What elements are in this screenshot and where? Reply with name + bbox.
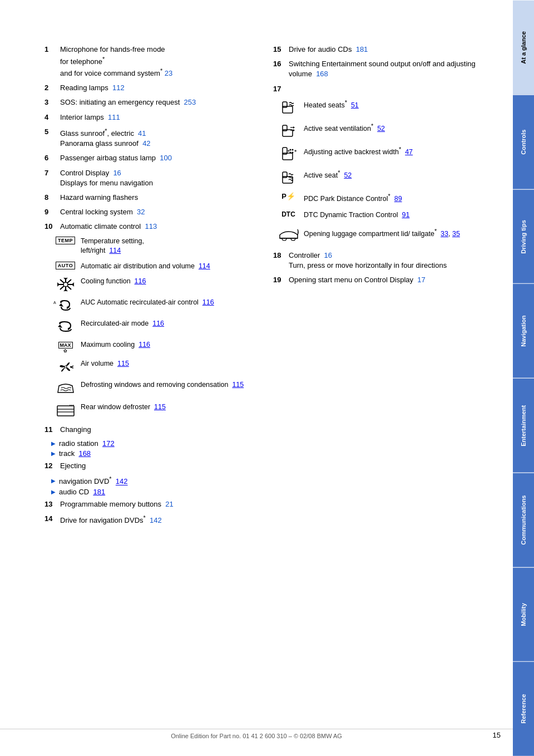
svg-point-36 (291, 151, 293, 153)
backrest-icon (278, 145, 299, 162)
recirculate-icon (55, 319, 77, 335)
list-item: 9 Central locking system 32 (44, 207, 251, 217)
climate-icon-max: MAX ✿ Maximum cooling 116 (44, 340, 251, 354)
snowflake-icon (56, 277, 75, 292)
item-11: 11 Changing ▶ radio station 172 ▶ track … (44, 425, 251, 458)
dtc-row: DTC DTC Dynamic Traction Control 91 (273, 210, 479, 220)
dtc-badge: DTC (281, 210, 295, 218)
sidebar-tab-communications[interactable]: Communications (513, 473, 534, 567)
sidebar-tab-entertainment[interactable]: Entertainment (513, 378, 534, 473)
svg-marker-40 (295, 150, 296, 152)
bullet-triangle: ▶ (51, 489, 56, 495)
item-18: 18 Controller 16 Turn, press or move hor… (273, 251, 479, 271)
svg-point-33 (289, 149, 291, 150)
footer: Online Edition for Part no. 01 41 2 600 … (0, 729, 513, 739)
auc-icon: A (53, 298, 78, 313)
climate-icon-recirculate: Recirculated-air mode 116 (44, 319, 251, 335)
list-item: 4 Interior lamps 111 (44, 112, 251, 122)
active-seat-icon (278, 169, 299, 185)
page-number: 15 (493, 731, 501, 739)
climate-icon-auc: A AUC Automatic recirculated-air control… (44, 298, 251, 313)
pdc-row: P⚡ PDC Park Distance Control* 89 (273, 192, 479, 204)
list-item: 10 Automatic climate control 113 (44, 222, 251, 232)
sidebar-tab-at-a-glance[interactable]: At a glance (513, 0, 534, 95)
heated-seat-icon (278, 99, 299, 115)
luggage-row: Opening luggage compartment lid/ tailgat… (273, 227, 479, 244)
sidebar-tab-reference[interactable]: Reference (513, 661, 534, 756)
list-item: 16 Switching Entertainment sound output … (273, 59, 479, 79)
list-item: 3 SOS: initiating an emergency request 2… (44, 97, 251, 107)
sidebar: At a glance Controls Driving tips Naviga… (513, 0, 534, 756)
footer-text: Online Edition for Part no. 01 41 2 600 … (171, 733, 342, 739)
svg-point-34 (291, 149, 293, 150)
bullet-triangle: ▶ (51, 478, 56, 484)
svg-marker-15 (58, 325, 62, 328)
svg-point-16 (65, 366, 67, 368)
max-badge: MAX (58, 342, 73, 348)
item-number: 1 (44, 45, 60, 78)
climate-icon-auto: AUTO Automatic air distribution and volu… (44, 262, 251, 272)
auto-badge: AUTO (56, 262, 75, 269)
seat-icon-heated: Heated seats* 51 (273, 99, 479, 115)
svg-rect-17 (57, 406, 74, 416)
temp-badge: TEMP (56, 237, 75, 244)
ventilated-seat-icon (278, 122, 299, 139)
defrost-icon (56, 380, 76, 397)
list-item: 7 Control Display 16 Displays for menu n… (44, 168, 251, 188)
list-item: 8 Hazard warning flashers (44, 193, 251, 203)
item-12: 12 Ejecting ▶ navigation DVD* 142 ▶ audi… (44, 461, 251, 496)
list-item: 15 Drive for audio CDs 181 (273, 45, 479, 55)
climate-icon-defrost: Defrosting windows and removing condensa… (44, 380, 251, 397)
list-item: 13 Programmable memory buttons 21 (44, 499, 251, 509)
right-column: 15 Drive for audio CDs 181 16 Switching … (273, 45, 479, 531)
list-item: 2 Reading lamps 112 (44, 83, 251, 93)
left-column: 1 Microphone for hands-free modefor tele… (44, 45, 251, 531)
list-item: 6 Passenger airbag status lamp 100 (44, 153, 251, 163)
item-text: Microphone for hands-free modefor teleph… (60, 45, 172, 77)
bullet-triangle: ▶ (51, 450, 56, 456)
pdc-icon: P⚡ (281, 192, 295, 200)
seat-icon-backrest: Adjusting active backrest width* 47 (273, 145, 479, 162)
svg-marker-14 (59, 303, 63, 307)
bullet-triangle: ▶ (51, 440, 56, 446)
climate-icon-rear-defrost: Rear window defroster 115 (44, 402, 251, 419)
sidebar-tab-mobility[interactable]: Mobility (513, 567, 534, 662)
seat-icons: Heated seats* 51 (273, 99, 479, 244)
climate-icons: TEMP Temperature setting,left/right 114 … (44, 237, 251, 420)
luggage-icon (278, 227, 300, 244)
list-item: 14 Drive for navigation DVDs* 142 (44, 514, 251, 526)
climate-icon-fan: Air volume 115 (44, 359, 251, 375)
sidebar-tab-controls[interactable]: Controls (513, 95, 534, 189)
seat-icon-ventilation: Active seat ventilation* 52 (273, 122, 479, 139)
climate-icon-cooling: Cooling function 116 (44, 277, 251, 292)
svg-text:A: A (53, 301, 56, 305)
svg-marker-28 (293, 126, 295, 129)
list-item: 5 Glass sunroof*, electric 41 Panorama g… (44, 127, 251, 149)
climate-icon-temp: TEMP Temperature setting,left/right 114 (44, 237, 251, 256)
list-item: 1 Microphone for hands-free modefor tele… (44, 45, 251, 78)
sidebar-tab-navigation[interactable]: Navigation (513, 283, 534, 378)
rear-defrost-icon (56, 402, 76, 419)
item-19: 19 Opening start menu on Control Display… (273, 275, 479, 285)
svg-point-35 (289, 151, 291, 153)
svg-marker-39 (288, 150, 289, 152)
fan-icon (56, 359, 76, 375)
item-17-header: 17 (273, 84, 479, 94)
svg-marker-30 (293, 129, 295, 131)
seat-icon-active: Active seat* 52 (273, 169, 479, 185)
sidebar-tab-driving-tips[interactable]: Driving tips (513, 189, 534, 284)
svg-point-4 (63, 282, 68, 287)
